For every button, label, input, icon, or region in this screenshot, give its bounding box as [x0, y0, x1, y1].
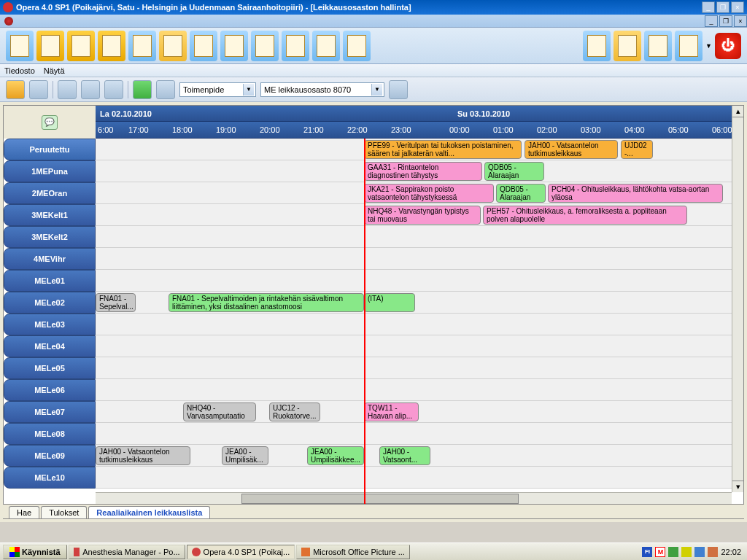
room-mele05[interactable]: MELe05 — [4, 357, 96, 379]
film-icon[interactable] — [58, 80, 77, 99]
event[interactable]: GAA31 - Rintaontelon diagnostinen tähyst… — [364, 162, 482, 181]
horizontal-scrollbar[interactable] — [96, 492, 732, 504]
mdi-close-button[interactable]: × — [734, 15, 747, 27]
menu-file[interactable]: Tiedosto — [4, 66, 35, 75]
room-2meoran[interactable]: 2MEOran — [4, 182, 96, 204]
vertical-scrollbar[interactable]: ▴ ▾ — [732, 106, 743, 492]
taskbar-item-1[interactable]: Anesthesia Manager - Po... — [69, 545, 185, 559]
printer-icon[interactable] — [104, 80, 123, 99]
taskbar-item-3[interactable]: Microsoft Office Picture ... — [296, 545, 410, 559]
toolbar-right-1[interactable] — [583, 31, 611, 61]
event[interactable]: QDB05 - Alaraajan syvän... — [484, 162, 544, 181]
event[interactable]: JEA00 - Umpilisäk... — [222, 446, 268, 465]
mdi-maximize-button[interactable]: ❐ — [719, 15, 732, 27]
event[interactable]: UJD02 -... — [621, 140, 653, 159]
room-1mepuna[interactable]: 1MEPuna — [4, 160, 96, 182]
room-mele06[interactable]: MELe06 — [4, 379, 96, 401]
toolbar-icon-4[interactable] — [98, 31, 125, 61]
toolbar-icon-1[interactable] — [6, 31, 34, 61]
room-4mevihr[interactable]: 4MEVihr — [4, 248, 96, 270]
toolbar-icon-2[interactable] — [36, 31, 64, 61]
power-button[interactable]: ⏻ — [715, 33, 741, 59]
room-mele03[interactable]: MELe03 — [4, 314, 96, 335]
event[interactable]: TQW11 - Haavan alip... — [364, 402, 419, 421]
room-mele04[interactable]: MELe04 — [4, 335, 96, 357]
event[interactable]: JAH00 - Vatsaontelon tutkimusleikkaus — [525, 140, 618, 159]
tray-icon-3[interactable] — [694, 547, 705, 557]
menu-view[interactable]: Näytä — [44, 66, 65, 75]
event[interactable]: NHQ48 - Varvastyngän typistys tai muovau… — [364, 206, 481, 225]
event[interactable]: JAH00 - Vatsaont... — [379, 446, 430, 465]
language-icon[interactable]: FI — [642, 547, 652, 557]
close-button[interactable]: × — [731, 1, 744, 13]
tab-hae[interactable]: Hae — [9, 506, 39, 518]
event[interactable]: QDB05 - Alaraajan syvän... — [496, 184, 546, 203]
event[interactable]: NHQ40 - Varvasamputaatio — [183, 402, 256, 421]
chevron-down-icon[interactable]: ▼ — [243, 84, 254, 96]
tab-tulokset[interactable]: Tulokset — [41, 506, 87, 518]
message-icon[interactable]: 💬 — [42, 115, 58, 130]
room-mele08[interactable]: MELe08 — [4, 423, 96, 445]
save-icon[interactable] — [29, 80, 48, 99]
edit-icon[interactable] — [6, 80, 25, 99]
tray-icon-4[interactable] — [708, 547, 718, 557]
event[interactable]: JEA00 - Umpilisäkkee... — [307, 446, 364, 465]
toolbar-right-3[interactable] — [644, 31, 672, 61]
room-3mekelt2[interactable]: 3MEKelt2 — [4, 226, 96, 248]
event[interactable]: PFE99 - Veritulpan tai tukoksen poistami… — [364, 140, 522, 159]
event[interactable]: UJC12 - Ruokatorve... — [269, 402, 320, 421]
event[interactable]: PEH57 - Ohitusleikkaus, a. femoraliksest… — [483, 206, 687, 225]
toolbar-icon-5[interactable] — [128, 31, 156, 61]
event[interactable]: JAH00 - Vatsaontelon tutkimusleikkaus — [96, 446, 190, 465]
scroll-down-icon[interactable]: ▾ — [732, 481, 743, 492]
toolbar-icon-8[interactable] — [220, 31, 248, 61]
room-mele07[interactable]: MELe07 — [4, 401, 96, 423]
room-mele09[interactable]: MELe09 — [4, 445, 96, 467]
toolbar-right-4[interactable] — [675, 31, 703, 61]
scrollbar-thumb[interactable] — [241, 494, 519, 504]
chevron-down-icon[interactable]: ▼ — [371, 84, 382, 96]
event[interactable]: PCH04 - Ohitusleikkaus, lähtökohta vatsa… — [548, 184, 723, 203]
dropdown-arrow-icon[interactable]: ▼ — [705, 42, 712, 50]
mcafee-icon[interactable]: M — [655, 547, 665, 557]
room-mele10[interactable]: MELe10 — [4, 467, 96, 489]
row-5 — [96, 248, 743, 270]
toolbar-icon-9[interactable] — [251, 31, 279, 61]
mdi-minimize-button[interactable]: _ — [705, 15, 718, 27]
procedure-combo[interactable]: Toimenpide ▼ — [179, 82, 256, 97]
toolbar-right-2[interactable] — [614, 31, 641, 61]
taskbar-item-2[interactable]: Opera 4.0 SP1 (Poikaj... — [187, 545, 295, 559]
room-3mekelt1[interactable]: 3MEKelt1 — [4, 204, 96, 226]
tray-icon-2[interactable] — [681, 547, 692, 557]
row-10 — [96, 357, 743, 379]
minimize-button[interactable]: _ — [702, 1, 715, 13]
clock[interactable]: 22:02 — [721, 548, 741, 556]
play-icon[interactable] — [133, 80, 152, 99]
refresh-icon[interactable] — [389, 80, 408, 99]
event[interactable]: JKA21 - Sappirakon poisto vatsaontelon t… — [364, 184, 494, 203]
now-line — [364, 139, 365, 504]
tray-icon-1[interactable] — [668, 547, 678, 557]
room-peruutettu[interactable]: Peruutettu — [4, 139, 96, 160]
toolbar-icon-10[interactable] — [282, 31, 309, 61]
room-mele01[interactable]: MELe01 — [4, 270, 96, 292]
toolbar-icon-6[interactable] — [159, 31, 187, 61]
row-15 — [96, 467, 743, 489]
toolbar-icon-11[interactable] — [312, 31, 340, 61]
toolbar-icon-12[interactable] — [343, 31, 371, 61]
event[interactable]: (ITA) — [364, 293, 415, 312]
list-icon[interactable] — [156, 80, 175, 99]
toolbar-icon-7[interactable] — [190, 31, 217, 61]
grid-area[interactable]: PFE99 - Veritulpan tai tukoksen poistami… — [96, 139, 743, 504]
start-button[interactable]: Käynnistä — [3, 545, 67, 559]
tab-realtime[interactable]: Reaaliaikainen leikkauslista — [88, 506, 210, 518]
print-icon[interactable] — [81, 80, 100, 99]
toolbar-icon-3[interactable] — [67, 31, 95, 61]
department-combo[interactable]: ME leikkausosasto 8070 ▼ — [260, 82, 384, 97]
room-mele02[interactable]: MELe02 — [4, 292, 96, 314]
event[interactable]: FNA01 - Sepelval... — [96, 293, 136, 312]
event[interactable]: FNA01 - Sepelvaltimoiden ja rintakehän s… — [169, 293, 364, 312]
row-4 — [96, 226, 743, 248]
maximize-button[interactable]: ❐ — [716, 1, 729, 13]
scroll-up-icon[interactable]: ▴ — [732, 106, 743, 117]
